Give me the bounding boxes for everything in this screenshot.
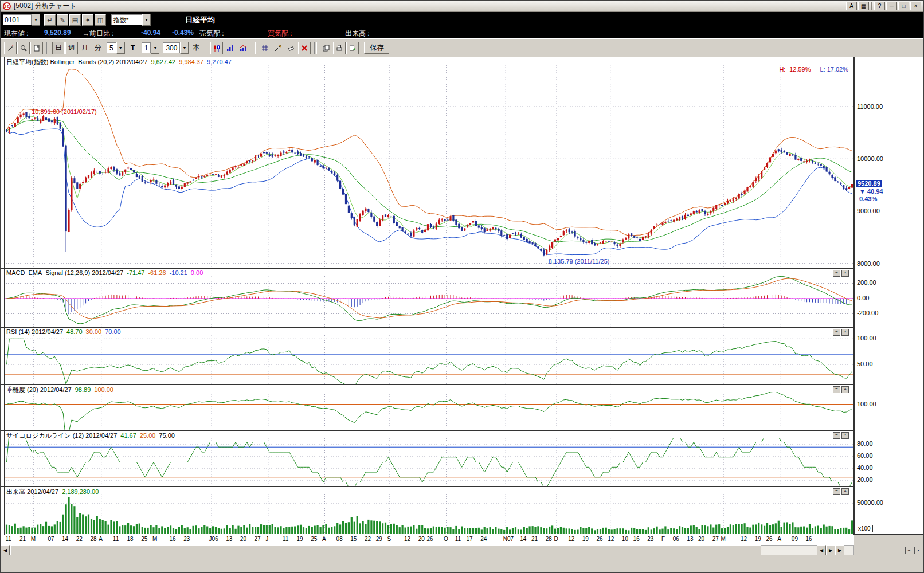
psychological-panel-header: サイコロジカルライン (12) 2012/04/2741.6725.0075.0…: [6, 431, 178, 440]
period-weekly-button[interactable]: 週: [65, 42, 78, 54]
scroll-to-end-icon[interactable]: ▶: [835, 545, 844, 555]
x-axis-label: 23: [647, 536, 653, 542]
x-axis-label: 16: [170, 536, 176, 542]
minute-interval-dropdown-icon[interactable]: ▼: [116, 42, 125, 54]
bar-count-dropdown-icon[interactable]: ▼: [180, 42, 189, 54]
volume-bars-icon[interactable]: [224, 42, 236, 54]
y-axis-label: 0.00: [857, 295, 869, 301]
add-page-icon[interactable]: [346, 42, 359, 54]
panel-collapse-button[interactable]: −: [833, 329, 840, 336]
minute-interval-select[interactable]: 5: [107, 42, 116, 53]
x-axis-label: 11: [5, 536, 11, 542]
new-page-icon[interactable]: [30, 42, 43, 54]
x-axis-label: 27: [255, 536, 261, 542]
panel-close-button[interactable]: ×: [841, 432, 849, 439]
font-size-button[interactable]: A: [846, 2, 857, 10]
symbol-code-dropdown-icon[interactable]: ▼: [32, 14, 40, 26]
bid-label: 買気配 :: [268, 29, 292, 38]
scrollbar-thumb[interactable]: [10, 545, 761, 555]
x-axis-label: 12: [608, 536, 614, 542]
rsi-plot[interactable]: [1, 328, 854, 384]
favorite-icon[interactable]: ✦: [82, 14, 93, 26]
bar-count-select[interactable]: 300: [163, 42, 180, 53]
x-axis-label: A: [99, 536, 103, 542]
chart-annotation: ← 10,891.60 (2011/02/17): [24, 108, 97, 115]
eraser-icon[interactable]: [285, 42, 297, 54]
panel-header-text: 9,627.42: [151, 58, 175, 65]
panel-close-button[interactable]: ×: [841, 329, 849, 336]
tick-interval-select[interactable]: 1: [142, 42, 151, 53]
panel-collapse-button[interactable]: −: [833, 488, 840, 495]
symbol-name: 日経平均: [185, 15, 215, 25]
x-axis-label: 20: [698, 536, 704, 542]
window-icon[interactable]: ◫: [95, 14, 106, 26]
panel-collapse-all-button[interactable]: −: [905, 547, 913, 554]
panel-collapse-button[interactable]: −: [833, 386, 840, 393]
x-axis-label: 11: [113, 536, 119, 542]
edit-symbol-icon[interactable]: ✎: [57, 14, 68, 26]
tick-button[interactable]: T: [127, 42, 139, 54]
grid-icon[interactable]: [259, 42, 271, 54]
app-logo-icon: R: [3, 2, 11, 10]
maximize-button[interactable]: □: [898, 2, 909, 10]
scroll-left-icon[interactable]: ◀: [1, 545, 10, 555]
board-icon[interactable]: ▤: [69, 14, 81, 26]
minimize-button[interactable]: ─: [886, 2, 897, 10]
volume-plot[interactable]: [1, 487, 854, 535]
y-axis-label: -200.00: [857, 309, 878, 316]
x-axis-label: 20: [240, 536, 246, 542]
zoom-icon[interactable]: [17, 42, 30, 54]
tick-interval-dropdown-icon[interactable]: ▼: [151, 42, 159, 54]
compare-bars-icon[interactable]: [237, 42, 249, 54]
panel-close-button[interactable]: ×: [841, 386, 849, 393]
edit-icon[interactable]: [4, 42, 17, 54]
panel-close-button[interactable]: ×: [841, 270, 849, 277]
help-button[interactable]: ?: [874, 2, 885, 10]
volume-label: 出来高 :: [345, 29, 370, 38]
draw-line-icon[interactable]: [272, 42, 284, 54]
copy-icon[interactable]: [320, 42, 332, 54]
print-icon[interactable]: [333, 42, 346, 54]
index-type-dropdown-icon[interactable]: ▼: [142, 14, 151, 26]
period-monthly-button[interactable]: 月: [79, 42, 91, 54]
panel-close-all-button[interactable]: ×: [914, 547, 922, 554]
index-type-select[interactable]: 指数*: [111, 14, 142, 25]
period-minute-button[interactable]: 分: [92, 42, 104, 54]
panel-header-text: 9,984.37: [179, 58, 203, 65]
title-bar[interactable]: R [5002] 分析チャート A ▦ ? ─ □ ×: [1, 1, 923, 12]
x-axis-label: 16: [806, 536, 812, 542]
x-axis-label: 20: [418, 536, 425, 542]
main-chart-plot[interactable]: [1, 57, 854, 268]
x-axis-label: 10: [622, 536, 628, 542]
close-button[interactable]: ×: [910, 2, 921, 10]
x-axis-label: 26: [426, 536, 433, 542]
panel-collapse-button[interactable]: −: [833, 270, 840, 277]
x-axis-label: A: [322, 536, 326, 542]
kairi-plot[interactable]: [1, 385, 854, 430]
x-axis-label: A: [777, 536, 781, 542]
layout-button[interactable]: ▦: [858, 2, 869, 10]
delete-drawing-icon[interactable]: [298, 42, 311, 54]
panel-header-text: 2,189,280.00: [62, 488, 99, 495]
save-button[interactable]: 保存: [364, 42, 389, 54]
x-axis-label: 19: [755, 536, 761, 542]
x-axis-label: 09: [792, 536, 798, 542]
panel-close-button[interactable]: ×: [841, 488, 849, 495]
candlestick-icon[interactable]: [210, 42, 223, 54]
y-axis-label: 60.00: [857, 452, 873, 459]
scroll-page-left-icon[interactable]: ◀: [817, 545, 826, 555]
period-daily-button[interactable]: 日: [52, 42, 65, 54]
x-axis-label: F: [661, 536, 665, 542]
panel-collapse-button[interactable]: −: [833, 432, 840, 439]
enter-icon[interactable]: ↵: [44, 14, 56, 26]
symbol-code-input[interactable]: [3, 14, 32, 25]
y-axis-label: 100.00: [857, 335, 876, 342]
x-axis-label: D: [554, 536, 558, 542]
y-axis-label: 10000.00: [857, 155, 883, 162]
macd-plot[interactable]: [1, 269, 854, 327]
time-axis: 1121M07142228A111825M1623J06132027J11192…: [1, 535, 854, 545]
panel-header-text: 70.00: [105, 328, 121, 335]
panel-header-text: -10.21: [170, 269, 187, 276]
scroll-page-right-icon[interactable]: ▶: [826, 545, 835, 555]
x-axis-label: 16: [633, 536, 640, 542]
